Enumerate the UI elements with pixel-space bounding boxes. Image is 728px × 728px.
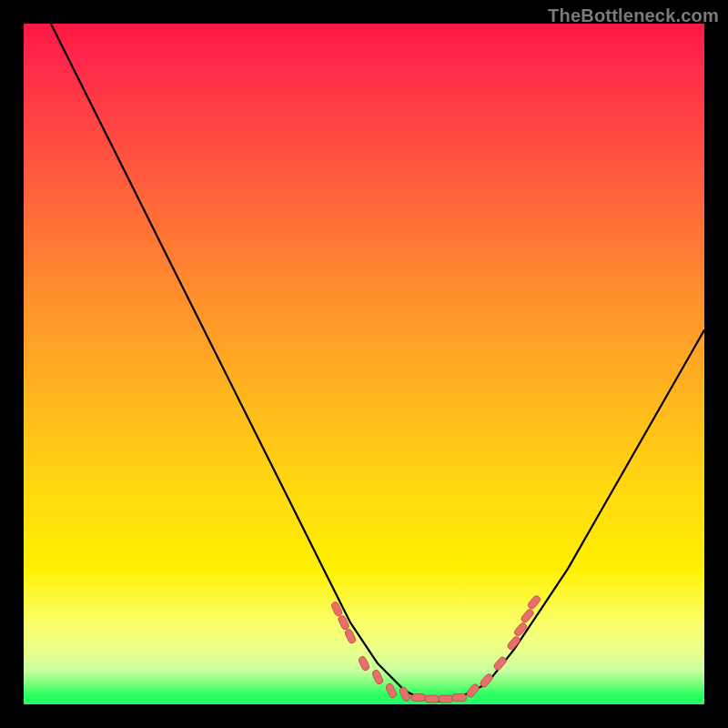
curve-marker [439, 695, 453, 703]
curve-marker [399, 686, 411, 703]
curve-marker [371, 669, 384, 685]
curve-marker [513, 622, 528, 637]
bottleneck-curve-path [51, 24, 704, 701]
curve-marker [492, 655, 507, 671]
watermark-label: TheBottleneck.com [548, 5, 719, 26]
curve-marker [465, 682, 480, 698]
plot-area [24, 24, 704, 704]
curve-marker [358, 655, 370, 672]
curve-markers [330, 594, 541, 703]
curve-marker [385, 682, 398, 699]
curve-marker [527, 594, 541, 610]
curve-marker [452, 694, 467, 702]
curve-marker [411, 694, 426, 702]
curve-layer [24, 24, 704, 704]
curve-marker [425, 695, 440, 703]
chart-frame: TheBottleneck.com [0, 0, 728, 728]
